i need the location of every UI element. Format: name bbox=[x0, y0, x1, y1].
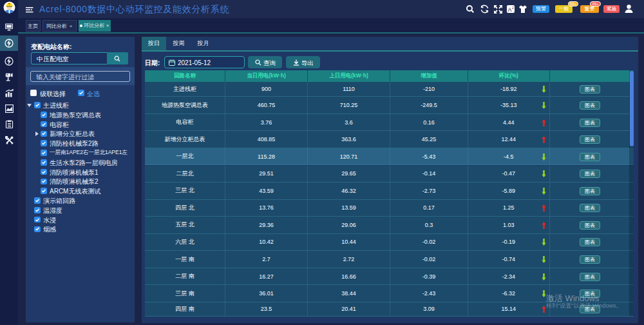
svg-text:A: A bbox=[507, 6, 511, 13]
svg-text:2: 2 bbox=[512, 6, 514, 10]
